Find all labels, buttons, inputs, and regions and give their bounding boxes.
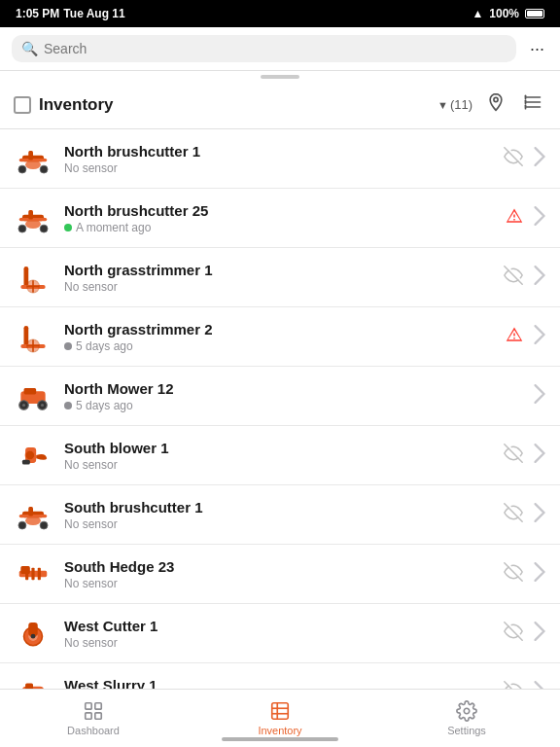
search-input[interactable]	[44, 41, 507, 56]
item-detail-button[interactable]	[533, 206, 546, 230]
list-view-button[interactable]	[519, 90, 546, 119]
list-item: North brushcutter 25A moment ago	[0, 189, 560, 248]
svg-point-18	[40, 225, 48, 232]
item-status: No sensor	[64, 458, 504, 472]
list-item: South blower 1No sensor	[0, 426, 560, 485]
item-status: No sensor	[64, 577, 504, 590]
location-icon	[486, 92, 506, 112]
eye-off-icon	[504, 266, 523, 290]
item-detail-button[interactable]	[533, 384, 546, 408]
svg-rect-52	[20, 566, 29, 574]
item-status: 5 days ago	[64, 399, 531, 412]
item-detail-button[interactable]	[533, 562, 546, 586]
svg-rect-73	[272, 703, 289, 720]
svg-rect-12	[28, 151, 33, 160]
item-detail-button[interactable]	[533, 266, 546, 289]
item-count-badge: ▼ (11)	[438, 97, 472, 112]
equipment-icon	[14, 198, 52, 237]
search-icon: 🔍	[21, 41, 38, 56]
select-all-checkbox[interactable]	[14, 96, 31, 114]
svg-rect-19	[28, 210, 33, 220]
svg-rect-43	[19, 515, 48, 517]
list-item: South brushcutter 1No sensor	[0, 485, 560, 545]
list-item: North grasstrimmer 25 days ago	[0, 307, 560, 367]
more-button[interactable]: ···	[526, 37, 548, 61]
dropdown-arrow: ▼	[438, 99, 448, 111]
svg-rect-39	[22, 460, 30, 465]
warning-icon	[506, 326, 523, 347]
status-text: No sensor	[64, 280, 118, 294]
item-status: 5 days ago	[64, 339, 506, 353]
status-dot	[64, 224, 72, 231]
battery-icon: 100%	[489, 7, 519, 20]
status-time: 1:05 PM	[16, 7, 59, 20]
svg-point-35	[22, 404, 25, 407]
battery-bar	[525, 9, 544, 18]
status-time-date: 1:05 PM Tue Aug 11	[16, 7, 125, 20]
main-content: North brushcutter 1No sensor North brush…	[0, 129, 560, 747]
home-indicator	[222, 737, 338, 741]
item-detail-button[interactable]	[533, 622, 546, 645]
list-item: South Hedge 23No sensor	[0, 545, 560, 604]
svg-point-17	[18, 225, 26, 232]
status-date: Tue Aug 11	[63, 7, 124, 20]
svg-rect-16	[19, 218, 48, 221]
tab-settings-label: Settings	[447, 725, 486, 736]
item-name: North grasstrimmer 2	[64, 321, 506, 338]
list-item: North brushcutter 1No sensor	[0, 129, 560, 189]
list-item: North grasstrimmer 1No sensor	[0, 248, 560, 307]
search-input-wrap: 🔍	[12, 35, 516, 62]
item-name: North brushcutter 1	[64, 143, 504, 160]
item-name: West Cutter 1	[64, 618, 504, 634]
item-detail-button[interactable]	[533, 503, 546, 526]
svg-rect-51	[38, 568, 41, 581]
tab-settings[interactable]: Settings	[373, 690, 560, 747]
tab-dashboard-label: Dashboard	[67, 725, 120, 736]
list-item: West Cutter 1No sensor	[0, 604, 560, 663]
equipment-icon	[14, 258, 52, 297]
drag-handle-bar	[261, 75, 299, 79]
status-text: A moment ago	[76, 221, 151, 234]
svg-rect-69	[86, 703, 91, 709]
status-indicators: ▲ 100%	[472, 7, 544, 20]
item-detail-button[interactable]	[533, 325, 546, 348]
svg-point-45	[40, 521, 48, 529]
item-status: No sensor	[64, 636, 504, 650]
item-name: North Mower 12	[64, 380, 531, 397]
inventory-header: Inventory ▼ (11)	[0, 81, 560, 129]
item-detail-button[interactable]	[533, 147, 546, 170]
item-name: North grasstrimmer 1	[64, 262, 504, 278]
status-bar: 1:05 PM Tue Aug 11 ▲ 100%	[0, 0, 560, 27]
warning-icon	[506, 207, 523, 229]
list-item: North Mower 125 days ago	[0, 367, 560, 426]
svg-rect-9	[19, 159, 48, 161]
inventory-list: North brushcutter 1No sensor North brush…	[0, 129, 560, 747]
equipment-icon	[14, 376, 52, 415]
svg-point-77	[464, 708, 470, 714]
svg-rect-71	[86, 713, 91, 719]
svg-point-10	[18, 165, 26, 173]
wifi-icon: ▲	[472, 7, 483, 20]
svg-point-44	[18, 521, 26, 529]
item-name: North brushcutter 25	[64, 202, 506, 219]
item-detail-button[interactable]	[533, 444, 546, 467]
tab-dashboard[interactable]: Dashboard	[0, 690, 187, 747]
search-bar: 🔍 ···	[0, 27, 560, 71]
svg-point-11	[40, 165, 48, 173]
location-filter-button[interactable]	[482, 90, 509, 119]
status-text: 5 days ago	[76, 399, 133, 412]
equipment-icon	[14, 554, 52, 593]
svg-point-38	[25, 450, 35, 460]
eye-off-icon	[504, 622, 523, 646]
eye-off-icon	[504, 444, 523, 468]
item-name: South blower 1	[64, 440, 504, 456]
svg-rect-50	[31, 568, 34, 581]
eye-off-icon	[504, 562, 523, 587]
svg-rect-32	[24, 388, 37, 394]
inventory-title: Inventory	[39, 95, 430, 115]
svg-rect-70	[95, 703, 101, 709]
svg-point-36	[41, 404, 44, 407]
item-status: A moment ago	[64, 221, 506, 234]
eye-off-icon	[504, 147, 523, 171]
list-view-icon	[523, 92, 542, 112]
